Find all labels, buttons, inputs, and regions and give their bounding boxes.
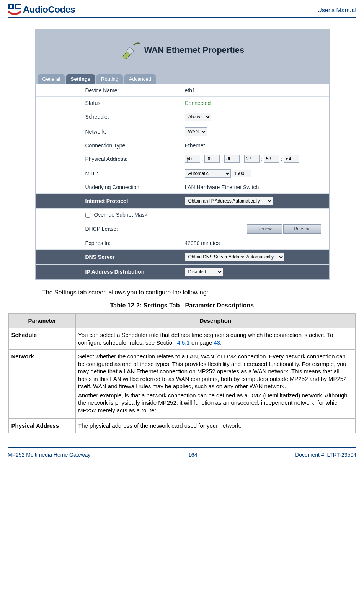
tabbar: General Settings Routing Advanced — [36, 74, 329, 84]
dns-mode-select[interactable]: Obtain DNS Server Address Automatically — [185, 253, 284, 261]
mac-address-group: : : : : : — [185, 155, 325, 163]
tab-routing[interactable]: Routing — [96, 74, 123, 84]
mac-f[interactable] — [284, 155, 299, 163]
phys-addr-label: Physical Address: — [36, 152, 181, 166]
mtu-label: MTU: — [36, 166, 181, 181]
col-parameter: Parameter — [9, 313, 76, 328]
underlying-label: Underlying Connection: — [36, 181, 181, 194]
tab-settings[interactable]: Settings — [66, 74, 95, 84]
link-page[interactable]: 43 — [214, 339, 220, 346]
wan-properties-screenshot: WAN Ethernet Properties General Settings… — [35, 29, 330, 280]
tab-advanced[interactable]: Advanced — [124, 74, 156, 84]
param-physaddr: Physical Address — [9, 419, 76, 433]
page-footer: MP252 Multimedia Home Gateway 164 Docume… — [8, 447, 356, 458]
table-row: Schedule You can select a Scheduler rule… — [9, 328, 356, 350]
mac-e[interactable] — [264, 155, 279, 163]
device-name-value: eth1 — [181, 84, 329, 97]
network-label: Network: — [36, 124, 181, 139]
table-row: Physical Address The physical address of… — [9, 419, 356, 433]
mac-a[interactable] — [185, 155, 200, 163]
mtu-value-input[interactable] — [232, 170, 251, 177]
network-select[interactable]: WAN — [185, 127, 207, 136]
ip-dist-select[interactable]: Disabled — [185, 268, 223, 276]
col-description: Description — [76, 313, 356, 328]
footer-right: Document #: LTRT-23504 — [295, 452, 356, 458]
ethernet-cable-icon — [120, 41, 140, 59]
internet-protocol-section: Internet Protocol — [36, 194, 181, 209]
override-subnet-label: Override Subnet Mask — [94, 212, 147, 218]
expires-value: 42980 minutes — [181, 237, 329, 250]
underlying-value: LAN Hardware Ethernet Switch — [181, 181, 329, 194]
dns-server-section: DNS Server — [36, 250, 181, 265]
conn-type-label: Connection Type: — [36, 139, 181, 152]
svg-rect-3 — [16, 5, 21, 8]
param-network: Network — [9, 350, 76, 419]
status-label: Status: — [36, 97, 181, 109]
override-subnet-row: Override Subnet Mask — [36, 209, 329, 221]
tab-general[interactable]: General — [38, 74, 65, 84]
schedule-select[interactable]: Always — [185, 113, 211, 121]
desc-network: Select whether the connection relates to… — [76, 350, 356, 419]
logo-icon — [8, 4, 21, 15]
footer-left: MP252 Multimedia Home Gateway — [8, 452, 90, 458]
desc-physaddr: The physical address of the network card… — [76, 419, 356, 433]
dhcp-lease-label: DHCP Lease: — [36, 221, 181, 237]
ip-mode-select[interactable]: Obtain an IP Address Automatically — [185, 197, 273, 205]
mac-d[interactable] — [244, 155, 260, 163]
expires-label: Expires In: — [36, 237, 181, 250]
desc-schedule: You can select a Scheduler rule that def… — [76, 328, 356, 350]
table-caption: Table 12-2: Settings Tab - Parameter Des… — [8, 302, 356, 309]
parameter-table: Parameter Description Schedule You can s… — [8, 313, 356, 433]
footer-center: 164 — [188, 452, 197, 458]
release-button[interactable]: Release — [283, 224, 321, 234]
override-subnet-checkbox[interactable] — [85, 213, 90, 218]
ip-dist-section: IP Address Distribution — [36, 265, 181, 279]
conn-type-value: Ethernet — [181, 139, 329, 152]
mac-b[interactable] — [204, 155, 220, 163]
page-header: AudioCodes User's Manual — [8, 4, 356, 18]
param-schedule: Schedule — [9, 328, 76, 350]
mtu-mode-select[interactable]: Automatic — [185, 169, 231, 178]
status-value: Connected — [181, 97, 329, 109]
mac-c[interactable] — [224, 155, 240, 163]
header-right-label: User's Manual — [317, 4, 356, 14]
intro-paragraph: The Settings tab screen allows you to co… — [42, 289, 337, 296]
link-section[interactable]: 4.5.1 — [177, 339, 189, 346]
device-name-label: Device Name: — [36, 84, 181, 97]
svg-rect-1 — [10, 5, 12, 8]
schedule-label: Schedule: — [36, 109, 181, 124]
screenshot-title: WAN Ethernet Properties — [144, 45, 245, 55]
table-row: Network Select whether the connection re… — [9, 350, 356, 419]
renew-button[interactable]: Renew — [247, 224, 282, 234]
logo-text: AudioCodes — [23, 4, 75, 15]
logo: AudioCodes — [8, 4, 75, 15]
